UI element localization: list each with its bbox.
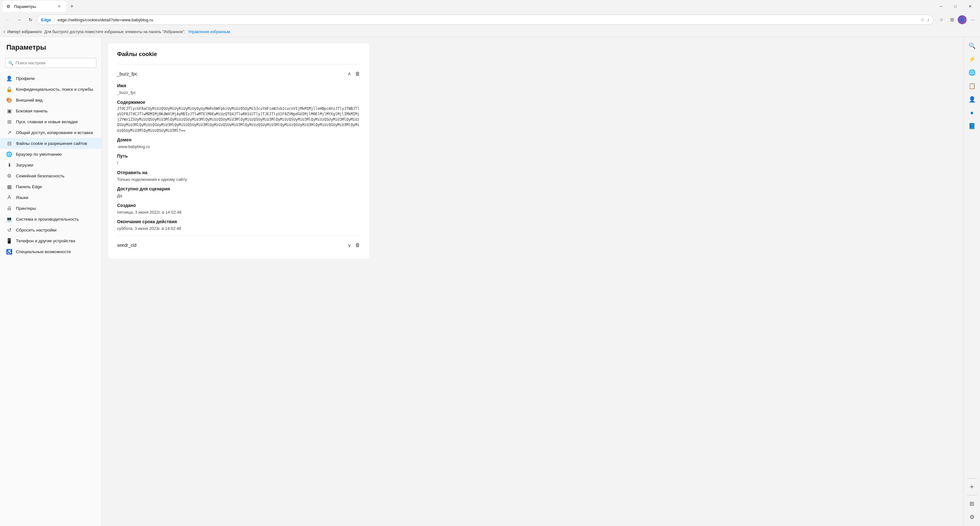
downloads-icon: ⬇ [6,162,12,168]
delete-button-seedr-cid[interactable]: 🗑 [355,242,360,248]
sidebar-item-privacy[interactable]: 🔒 Конфиденциальность, поиск и службы [0,84,102,94]
sidebar-nav: 👤 Профили 🔒 Конфиденциальность, поиск и … [0,72,102,526]
sharing-label: Общий доступ, копирование и вставка [16,130,93,135]
profiles-label: Профили [16,76,35,81]
rs-circle-icon[interactable]: ● [966,106,978,119]
favorites-bar: ☆ Импорт избранного Для быстрого доступа… [0,27,980,37]
rs-grid-icon[interactable]: ⊞ [966,497,978,510]
new-tab-nav-label: Пуск, главная и новые вкладки [16,120,78,124]
expires-value: суббота, 3 июня 2023г. в 14:02:48 [117,225,360,232]
settings-more-icon[interactable]: ⋯ [967,14,977,25]
created-label: Создано [117,203,360,208]
favorites-icon[interactable]: ☆ [936,14,946,25]
rs-lightning-icon[interactable]: ⚡ [966,53,978,65]
profile-avatar[interactable]: 👤 [958,15,967,24]
cookie-name-buzz-fpc: _buzz_fpc [117,71,137,77]
edge-panel-label: Панель Edge [16,184,42,189]
phone-label: Телефон и другие устройства [16,239,75,243]
settings-sidebar: Параметры 🔍 👤 Профили 🔒 Конфиденциальнос… [0,37,102,526]
restore-button[interactable]: □ [948,1,963,11]
sidebar-item-phone[interactable]: 📱 Телефон и другие устройства [0,235,102,246]
import-label: Импорт избранного [7,30,42,34]
sidebar-header: Параметры [0,37,102,56]
refresh-button[interactable]: ↻ [25,14,36,25]
system-icon: 💻 [6,216,12,222]
rs-user-icon[interactable]: 👤 [966,93,978,106]
close-button[interactable]: ✕ [963,1,977,11]
cookie-item-header-buzz-fpc: _buzz_fpc ∧ 🗑 [117,68,360,79]
manage-favorites-link[interactable]: Управление избранным [188,30,230,34]
domain-label: Домен [117,137,360,142]
created-value: пятница, 3 июня 2022г. в 14:02:48 [117,209,360,215]
sidebar-item-downloads[interactable]: ⬇ Загрузки [0,159,102,171]
expand-button-seedr-cid[interactable]: ∨ [347,242,351,249]
sidebar-item-languages[interactable]: A Языки [0,192,102,203]
sidebar-item-system[interactable]: 💻 Система и производительность [0,214,102,225]
window-controls: ─ □ ✕ [934,1,977,11]
cookie-field-path: Путь / [117,153,360,166]
phone-icon: 📱 [6,238,12,244]
name-label: Имя [117,83,360,88]
search-icon: 🔍 [8,61,13,65]
read-aloud-icon[interactable]: ♪ [927,17,929,22]
sidebar-item-new-tab[interactable]: ⊞ Пуск, главная и новые вкладки [0,116,102,127]
search-input[interactable] [5,58,96,68]
downloads-label: Загрузки [16,163,33,167]
new-tab-nav-icon: ⊞ [6,119,12,124]
script-label: Доступно для сценария [117,186,360,191]
active-tab[interactable]: ⚙ Параметры ✕ [3,1,66,12]
cookie-field-domain: Домен .www.babyblog.ru [117,137,360,150]
accessibility-icon: ♿ [6,249,12,254]
edge-brand-icon: Edge [41,18,51,22]
content-area: Файлы cookie _buzz_fpc ∧ 🗑 Имя _buzz_fpc [102,37,964,526]
sidebar-item-edge-panel[interactable]: ▦ Панель Edge [0,181,102,192]
toolbar-right: ☆ ⊞ 👤 ⋯ [936,14,977,25]
collapse-button-buzz-fpc[interactable]: ∧ [347,71,351,77]
privacy-label: Конфиденциальность, поиск и службы [16,87,93,92]
collections-icon[interactable]: ⊞ [947,14,957,25]
sidebar-item-family[interactable]: ⚙ Семейная безопасность [0,171,102,181]
rs-search-icon[interactable]: 🔍 [966,40,978,52]
rs-office-icon[interactable]: 📘 [966,120,978,132]
back-button[interactable]: ← [3,14,13,25]
address-bar[interactable]: Edge | edge://settings/cookies/detail?si… [37,14,934,25]
sidebar-item-sidebar[interactable]: ▣ Боковая панель [0,105,102,116]
sidebar-item-accessibility[interactable]: ♿ Специальные возможности [0,246,102,257]
rs-settings-icon[interactable]: ⚙ [966,511,978,523]
rs-clipboard-icon[interactable]: 📋 [966,80,978,92]
reset-icon: ↺ [6,227,12,233]
rs-globe-icon[interactable]: 🌐 [966,66,978,79]
sidebar-panel-label: Боковая панель [16,108,48,113]
sidebar-item-default-browser[interactable]: 🌐 Браузер по умолчанию [0,149,102,159]
cookie-detail-card: Файлы cookie _buzz_fpc ∧ 🗑 Имя _buzz_fpc [108,43,369,258]
favorites-star-icon[interactable]: ☆ [921,17,924,22]
sidebar-item-appearance[interactable]: 🎨 Внешний вид [0,94,102,105]
sidebar-search-container: 🔍 [5,58,96,68]
minimize-button[interactable]: ─ [934,1,948,11]
system-label: Система и производительность [16,217,79,222]
cookie-page-title: Файлы cookie [117,51,360,57]
reset-label: Сбросить настройки [16,228,57,233]
forward-button[interactable]: → [14,14,24,25]
cookie-field-send-to: Отправить на Только подключения к одному… [117,170,360,183]
sidebar-item-sharing[interactable]: ↗ Общий доступ, копирование и вставка [0,127,102,138]
right-sidebar: 🔍 ⚡ 🌐 📋 👤 ● 📘 + ⊞ ⚙ [964,37,980,526]
sidebar-item-profiles[interactable]: 👤 Профили [0,73,102,84]
delete-button-buzz-fpc[interactable]: 🗑 [355,71,360,77]
content-label: Содержимое [117,100,360,105]
import-favorites-button[interactable]: ☆ Импорт избранного [3,30,42,34]
cookie-header-actions-seedr-cid: ∨ 🗑 [347,242,360,249]
new-tab-button[interactable]: + [67,2,76,11]
edge-panel-icon: ▦ [6,184,12,190]
languages-label: Языки [16,195,28,200]
path-label: Путь [117,153,360,159]
rs-add-icon[interactable]: + [966,480,978,493]
privacy-icon: 🔒 [6,86,12,92]
accessibility-label: Специальные возможности [16,249,71,254]
send-to-label: Отправить на [117,170,360,175]
sidebar-item-cookies[interactable]: ⊟ Файлы cookie и разрешения сайтов [0,138,102,149]
sidebar-item-printers[interactable]: 🖨 Принтеры [0,203,102,214]
sidebar-item-reset[interactable]: ↺ Сбросить настройки [0,225,102,235]
tab-close-button[interactable]: ✕ [56,3,62,10]
sidebar-title: Параметры [6,43,95,52]
